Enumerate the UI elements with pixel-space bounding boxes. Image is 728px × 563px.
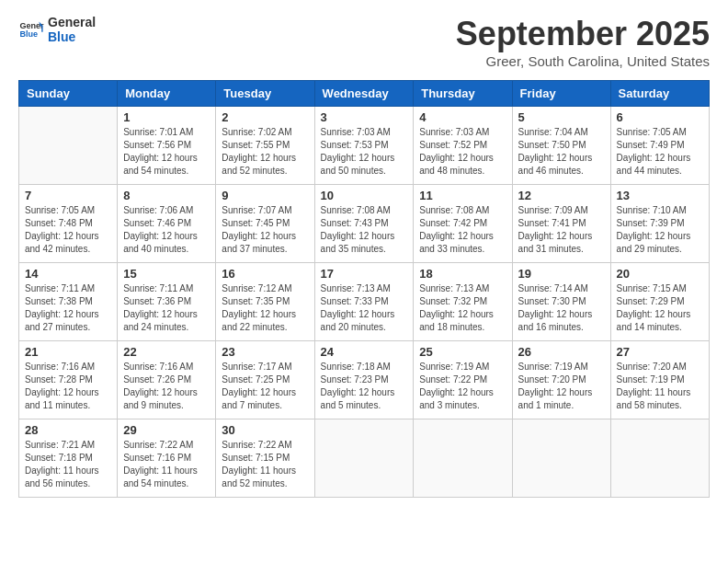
- day-number: 11: [419, 189, 506, 202]
- calendar-cell: 18Sunrise: 7:13 AM Sunset: 7:32 PM Dayli…: [414, 263, 512, 341]
- day-info: Sunrise: 7:02 AM Sunset: 7:55 PM Dayligh…: [222, 126, 308, 178]
- day-info: Sunrise: 7:21 AM Sunset: 7:18 PM Dayligh…: [25, 439, 111, 490]
- calendar-cell: 4Sunrise: 7:03 AM Sunset: 7:52 PM Daylig…: [414, 107, 512, 185]
- week-row-1: 1Sunrise: 7:01 AM Sunset: 7:56 PM Daylig…: [19, 107, 710, 185]
- location-title: Greer, South Carolina, United States: [456, 53, 710, 69]
- calendar-cell: 22Sunrise: 7:16 AM Sunset: 7:26 PM Dayli…: [118, 341, 216, 419]
- calendar-cell: 2Sunrise: 7:02 AM Sunset: 7:55 PM Daylig…: [216, 107, 314, 185]
- logo-line1: General: [48, 15, 96, 29]
- calendar-cell: 12Sunrise: 7:09 AM Sunset: 7:41 PM Dayli…: [512, 185, 610, 263]
- day-info: Sunrise: 7:16 AM Sunset: 7:26 PM Dayligh…: [123, 361, 210, 412]
- logo-line2: Blue: [48, 29, 96, 44]
- day-info: Sunrise: 7:16 AM Sunset: 7:28 PM Dayligh…: [25, 361, 111, 412]
- day-number: 17: [321, 267, 408, 281]
- day-number: 7: [25, 189, 111, 202]
- day-number: 13: [617, 189, 703, 202]
- day-number: 10: [321, 189, 408, 202]
- calendar-cell: 24Sunrise: 7:18 AM Sunset: 7:23 PM Dayli…: [314, 341, 414, 419]
- calendar-cell: 23Sunrise: 7:17 AM Sunset: 7:25 PM Dayli…: [216, 341, 314, 419]
- calendar-cell: 7Sunrise: 7:05 AM Sunset: 7:48 PM Daylig…: [19, 185, 118, 263]
- day-info: Sunrise: 7:15 AM Sunset: 7:29 PM Dayligh…: [617, 282, 703, 334]
- day-info: Sunrise: 7:14 AM Sunset: 7:30 PM Dayligh…: [518, 282, 605, 334]
- day-number: 22: [123, 345, 210, 359]
- calendar-cell: 6Sunrise: 7:05 AM Sunset: 7:49 PM Daylig…: [610, 107, 709, 185]
- header-sunday: Sunday: [19, 81, 118, 107]
- calendar-cell: 17Sunrise: 7:13 AM Sunset: 7:33 PM Dayli…: [314, 263, 414, 341]
- day-info: Sunrise: 7:08 AM Sunset: 7:43 PM Dayligh…: [321, 204, 408, 256]
- calendar-cell: 29Sunrise: 7:22 AM Sunset: 7:16 PM Dayli…: [118, 419, 216, 498]
- day-number: 26: [518, 345, 605, 359]
- day-number: 25: [419, 345, 506, 359]
- day-info: Sunrise: 7:13 AM Sunset: 7:32 PM Dayligh…: [419, 282, 506, 334]
- svg-text:Blue: Blue: [19, 29, 38, 39]
- day-info: Sunrise: 7:17 AM Sunset: 7:25 PM Dayligh…: [222, 361, 308, 412]
- day-number: 21: [25, 345, 111, 359]
- day-number: 24: [321, 345, 408, 359]
- day-info: Sunrise: 7:20 AM Sunset: 7:19 PM Dayligh…: [617, 361, 703, 412]
- day-info: Sunrise: 7:19 AM Sunset: 7:20 PM Dayligh…: [518, 361, 605, 412]
- day-number: 18: [419, 267, 506, 281]
- day-info: Sunrise: 7:03 AM Sunset: 7:52 PM Dayligh…: [419, 126, 506, 178]
- logo-icon: General Blue: [18, 17, 44, 42]
- day-info: Sunrise: 7:05 AM Sunset: 7:48 PM Dayligh…: [25, 204, 111, 256]
- day-number: 23: [222, 345, 308, 359]
- day-number: 20: [617, 267, 703, 281]
- calendar-cell: 20Sunrise: 7:15 AM Sunset: 7:29 PM Dayli…: [610, 263, 709, 341]
- day-info: Sunrise: 7:22 AM Sunset: 7:16 PM Dayligh…: [123, 439, 210, 490]
- calendar-header-row: SundayMondayTuesdayWednesdayThursdayFrid…: [19, 81, 710, 107]
- day-number: 1: [123, 110, 210, 124]
- calendar-cell: 1Sunrise: 7:01 AM Sunset: 7:56 PM Daylig…: [118, 107, 216, 185]
- day-number: 12: [518, 189, 605, 202]
- day-number: 19: [518, 267, 605, 281]
- calendar-cell: 9Sunrise: 7:07 AM Sunset: 7:45 PM Daylig…: [216, 185, 314, 263]
- calendar-cell: 30Sunrise: 7:22 AM Sunset: 7:15 PM Dayli…: [216, 419, 314, 498]
- day-info: Sunrise: 7:08 AM Sunset: 7:42 PM Dayligh…: [419, 204, 506, 256]
- day-number: 5: [518, 110, 605, 124]
- day-info: Sunrise: 7:06 AM Sunset: 7:46 PM Dayligh…: [123, 204, 210, 256]
- calendar-cell: 15Sunrise: 7:11 AM Sunset: 7:36 PM Dayli…: [118, 263, 216, 341]
- header-monday: Monday: [118, 81, 216, 107]
- day-info: Sunrise: 7:11 AM Sunset: 7:38 PM Dayligh…: [25, 282, 111, 334]
- header-tuesday: Tuesday: [216, 81, 314, 107]
- day-number: 14: [25, 267, 111, 281]
- day-number: 4: [419, 110, 506, 124]
- day-info: Sunrise: 7:12 AM Sunset: 7:35 PM Dayligh…: [222, 282, 308, 334]
- day-info: Sunrise: 7:10 AM Sunset: 7:39 PM Dayligh…: [617, 204, 703, 256]
- day-number: 15: [123, 267, 210, 281]
- header-thursday: Thursday: [414, 81, 512, 107]
- calendar-cell: 10Sunrise: 7:08 AM Sunset: 7:43 PM Dayli…: [314, 185, 414, 263]
- day-number: 27: [617, 345, 703, 359]
- week-row-3: 14Sunrise: 7:11 AM Sunset: 7:38 PM Dayli…: [19, 263, 710, 341]
- day-number: 2: [222, 110, 308, 124]
- day-info: Sunrise: 7:01 AM Sunset: 7:56 PM Dayligh…: [123, 126, 210, 178]
- calendar-cell: 8Sunrise: 7:06 AM Sunset: 7:46 PM Daylig…: [118, 185, 216, 263]
- calendar-cell: [610, 419, 709, 498]
- week-row-4: 21Sunrise: 7:16 AM Sunset: 7:28 PM Dayli…: [19, 341, 710, 419]
- day-info: Sunrise: 7:18 AM Sunset: 7:23 PM Dayligh…: [321, 361, 408, 412]
- calendar-cell: 27Sunrise: 7:20 AM Sunset: 7:19 PM Dayli…: [610, 341, 709, 419]
- week-row-2: 7Sunrise: 7:05 AM Sunset: 7:48 PM Daylig…: [19, 185, 710, 263]
- day-number: 16: [222, 267, 308, 281]
- day-info: Sunrise: 7:19 AM Sunset: 7:22 PM Dayligh…: [419, 361, 506, 412]
- calendar-cell: 28Sunrise: 7:21 AM Sunset: 7:18 PM Dayli…: [19, 419, 118, 498]
- day-number: 8: [123, 189, 210, 202]
- day-info: Sunrise: 7:22 AM Sunset: 7:15 PM Dayligh…: [222, 439, 308, 490]
- title-area: September 2025 Greer, South Carolina, Un…: [456, 15, 710, 69]
- calendar-cell: 14Sunrise: 7:11 AM Sunset: 7:38 PM Dayli…: [19, 263, 118, 341]
- month-title: September 2025: [456, 15, 710, 53]
- calendar-cell: 13Sunrise: 7:10 AM Sunset: 7:39 PM Dayli…: [610, 185, 709, 263]
- calendar-cell: 19Sunrise: 7:14 AM Sunset: 7:30 PM Dayli…: [512, 263, 610, 341]
- calendar-cell: 16Sunrise: 7:12 AM Sunset: 7:35 PM Dayli…: [216, 263, 314, 341]
- day-number: 30: [222, 423, 308, 437]
- day-info: Sunrise: 7:13 AM Sunset: 7:33 PM Dayligh…: [321, 282, 408, 334]
- calendar-cell: [314, 419, 414, 498]
- calendar-cell: 26Sunrise: 7:19 AM Sunset: 7:20 PM Dayli…: [512, 341, 610, 419]
- header-friday: Friday: [512, 81, 610, 107]
- header-saturday: Saturday: [610, 81, 709, 107]
- calendar-cell: [19, 107, 118, 185]
- calendar-cell: [414, 419, 512, 498]
- calendar-cell: 3Sunrise: 7:03 AM Sunset: 7:53 PM Daylig…: [314, 107, 414, 185]
- calendar-cell: 25Sunrise: 7:19 AM Sunset: 7:22 PM Dayli…: [414, 341, 512, 419]
- day-info: Sunrise: 7:05 AM Sunset: 7:49 PM Dayligh…: [617, 126, 703, 178]
- day-number: 6: [617, 110, 703, 124]
